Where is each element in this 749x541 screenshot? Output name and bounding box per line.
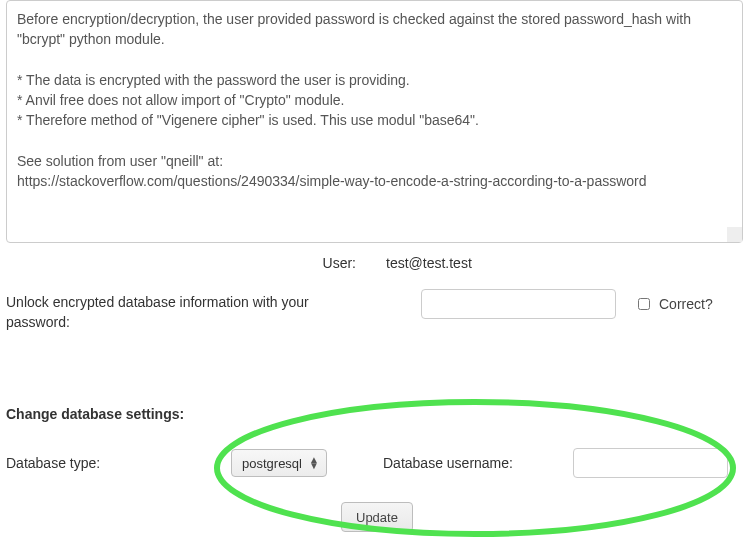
user-label: User: bbox=[6, 255, 386, 271]
info-textarea[interactable]: Before encryption/decryption, the user p… bbox=[6, 0, 743, 243]
db-type-selected-value: postgresql bbox=[242, 456, 302, 471]
correct-checkbox[interactable] bbox=[638, 298, 650, 310]
unlock-row: Unlock encrypted database information wi… bbox=[6, 281, 743, 338]
db-username-input[interactable] bbox=[573, 448, 728, 478]
user-row: User: test@test.test bbox=[6, 243, 743, 281]
user-value: test@test.test bbox=[386, 255, 472, 271]
db-type-label: Database type: bbox=[6, 455, 231, 471]
correct-label: Correct? bbox=[659, 296, 713, 312]
change-db-heading: Change database settings: bbox=[6, 406, 743, 422]
db-type-select[interactable]: postgresql ▲▼ bbox=[231, 449, 327, 477]
unlock-label: Unlock encrypted database information wi… bbox=[6, 289, 421, 332]
password-input[interactable] bbox=[421, 289, 616, 319]
db-username-label: Database username: bbox=[383, 455, 573, 471]
db-settings-row: Database type: postgresql ▲▼ Database us… bbox=[6, 448, 743, 478]
correct-checkbox-wrap[interactable]: Correct? bbox=[634, 295, 713, 313]
update-button[interactable]: Update bbox=[341, 502, 413, 532]
